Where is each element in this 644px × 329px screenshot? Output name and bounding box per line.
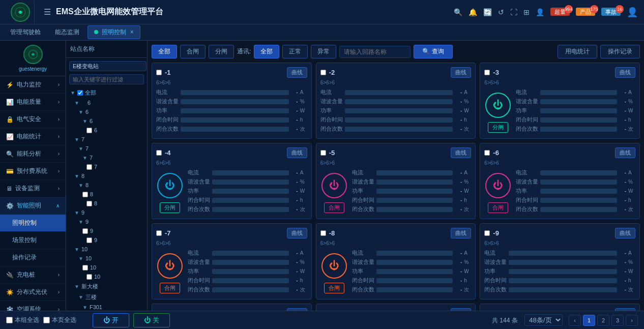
curve-button[interactable]: 曲线 [287, 67, 307, 78]
page-select-label[interactable]: 本页全选 [43, 316, 76, 324]
page-3-btn[interactable]: 3 [611, 315, 624, 326]
sidebar-item-dianneng2[interactable]: 📈 电能统计 › [0, 128, 66, 145]
tree-node-6-1[interactable]: ▼ 6 [66, 98, 147, 107]
tree-node-7-4[interactable]: 7 [66, 162, 147, 171]
tree-node-6-3[interactable]: ▼ 6 [66, 116, 147, 126]
query-button[interactable]: 🔍 查询 [414, 45, 452, 58]
page-1-btn[interactable]: 1 [583, 315, 595, 326]
filter-hezha[interactable]: 合闸 [180, 45, 206, 58]
badge-chaoliang[interactable]: 超量 994 [550, 8, 570, 16]
search-icon[interactable]: 🔍 [454, 8, 462, 16]
power-button[interactable]: ⏻ [157, 173, 183, 198]
comm-all[interactable]: 全部 [254, 45, 279, 58]
card-checkbox[interactable] [484, 70, 490, 75]
curve-button[interactable]: 曲线 [287, 147, 307, 158]
sidebar-item-yufufei[interactable]: 💳 预付费系统 › [0, 163, 66, 180]
node-checkbox-6-4[interactable] [86, 128, 92, 133]
tree-node-6-2[interactable]: ▼ 6 [66, 107, 147, 116]
node-checkbox-10-4[interactable] [86, 274, 92, 280]
power-button[interactable]: ⏻ [485, 173, 511, 198]
nav-tab-zhaoming[interactable]: 照明控制 × [87, 25, 140, 39]
tree-node-8-4[interactable]: 8 [66, 199, 147, 208]
bell-icon[interactable]: 🔔 [469, 8, 477, 16]
card-checkbox[interactable] [156, 230, 162, 236]
node-checkbox-9-4[interactable] [86, 237, 92, 243]
card-checkbox[interactable] [156, 70, 162, 75]
curve-button[interactable]: 曲线 [451, 147, 471, 158]
power-button[interactable]: ⏻ [157, 253, 183, 279]
sidebar-item-caozuo[interactable]: 操作记录 [0, 249, 66, 266]
node-checkbox-8-3[interactable] [82, 192, 88, 197]
tree-node-sanlou1[interactable]: ▼ 三楼 [66, 292, 147, 303]
card-checkbox[interactable] [320, 230, 326, 236]
profile-icon[interactable]: 👤 [627, 7, 638, 18]
group-select-label[interactable]: 本组全选 [6, 316, 39, 324]
page-size-select[interactable]: 48条/页 24条/页 96条/页 [524, 314, 563, 326]
fullscreen-icon[interactable]: ⛶ [510, 8, 517, 16]
refresh-icon[interactable]: 🔄 [483, 8, 492, 16]
card-checkbox[interactable] [320, 150, 326, 156]
tree-node-6-4[interactable]: 6 [66, 126, 147, 135]
sidebar-item-chongdian[interactable]: 🔌 充电桩 › [0, 266, 66, 284]
sidebar-item-zhineng[interactable]: ⚙️ 智能照明 ∧ [0, 197, 66, 215]
group-select-checkbox[interactable] [6, 317, 13, 323]
power-button[interactable]: ⏻ [321, 173, 347, 198]
sidebar-item-dianqi[interactable]: 🔒 电气安全 › [0, 111, 66, 128]
sidebar-item-dianneng[interactable]: 📊 电能质量 › [0, 94, 66, 111]
power-button[interactable]: ⏻ [321, 253, 347, 279]
tree-filter-input[interactable] [69, 74, 144, 84]
off-button[interactable]: ⏻ 关 [133, 313, 170, 327]
node-checkbox-all[interactable] [77, 90, 83, 96]
power-stats-btn[interactable]: 用电统计 [558, 45, 597, 58]
circuit-name-input[interactable] [339, 46, 411, 58]
comm-normal[interactable]: 正常 [282, 45, 308, 58]
on-button[interactable]: ⏻ 开 [93, 313, 129, 327]
sidebar-item-zhaoming-ctrl[interactable]: 照明控制 [0, 215, 66, 232]
reload-icon[interactable]: ↺ [498, 8, 504, 16]
next-page-btn[interactable]: › [626, 315, 638, 326]
node-checkbox-10-3[interactable] [82, 265, 88, 271]
node-checkbox-7-4[interactable] [86, 164, 92, 170]
user-icon[interactable]: 👤 [536, 8, 544, 16]
tree-node-7-1[interactable]: ▼ 7 [66, 135, 147, 144]
page-select-checkbox[interactable] [43, 317, 50, 323]
hamburger-icon[interactable]: ☰ [44, 7, 51, 17]
curve-button[interactable]: 曲线 [287, 228, 307, 238]
comm-abnormal[interactable]: 异常 [311, 45, 336, 58]
tree-node-10-2[interactable]: ▼ 10 [66, 254, 147, 263]
tree-node-8-2[interactable]: ▼ 8 [66, 181, 147, 190]
sidebar-item-dianli[interactable]: ⚡ 电力监控 › [0, 76, 66, 94]
card-checkbox[interactable] [484, 150, 490, 156]
tree-node-8-1[interactable]: ▼ 8 [66, 171, 147, 181]
badge-chanpin[interactable]: 产品 175 [576, 8, 595, 16]
tree-node-10-4[interactable]: 10 [66, 272, 147, 281]
card-checkbox[interactable] [156, 150, 162, 156]
tree-node-10-3[interactable]: 10 [66, 263, 147, 272]
curve-button[interactable]: 曲线 [615, 67, 635, 78]
page-2-btn[interactable]: 2 [597, 315, 609, 326]
node-checkbox-8-4[interactable] [86, 201, 92, 206]
card-checkbox[interactable] [320, 70, 326, 75]
node-checkbox-9-3[interactable] [82, 228, 88, 234]
tree-node-xindl[interactable]: ▼ 新大楼 [66, 281, 147, 292]
op-record-btn[interactable]: 操作记录 [600, 45, 640, 58]
badge-shigu[interactable]: 事故 16 [601, 8, 621, 16]
tree-node-9-3[interactable]: 9 [66, 226, 147, 235]
card-checkbox[interactable] [484, 230, 490, 236]
tree-node-9-2[interactable]: ▼ 9 [66, 217, 147, 226]
sidebar-item-guangfu[interactable]: ☀️ 分布式光伏 › [0, 284, 66, 301]
power-button[interactable]: ⏻ [485, 93, 511, 118]
grid-icon[interactable]: ⊞ [523, 8, 530, 16]
curve-button[interactable]: 曲线 [615, 147, 635, 158]
curve-button[interactable]: 曲线 [615, 228, 635, 238]
tree-node-9-1[interactable]: ▼ 9 [66, 208, 147, 217]
tree-node-7-3[interactable]: ▼ 7 [66, 153, 147, 162]
tree-node-9-4[interactable]: 9 [66, 235, 147, 245]
filter-all[interactable]: 全部 [152, 45, 177, 58]
filter-fenzha[interactable]: 分闸 [209, 45, 234, 58]
nav-tab-guanli[interactable]: 管理驾驶舱 [4, 26, 47, 39]
sidebar-item-changjing[interactable]: 场景控制 [0, 232, 66, 249]
curve-button[interactable]: 曲线 [451, 67, 471, 78]
tree-node-7-2[interactable]: ▼ 7 [66, 144, 147, 153]
tree-node-10-1[interactable]: ▼ 10 [66, 245, 147, 254]
